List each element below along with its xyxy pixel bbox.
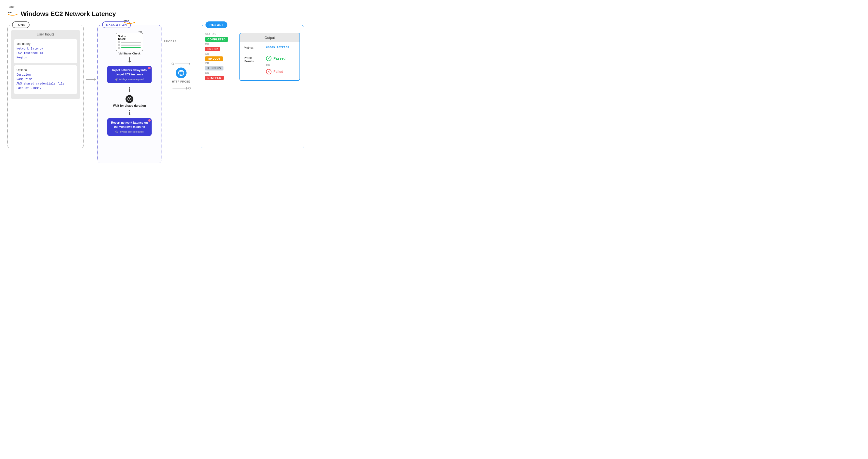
optional-label: Optional — [17, 68, 74, 72]
svg-rect-8 — [116, 132, 117, 133]
probe-failed: ✕ Failed — [266, 69, 285, 75]
optional-item-2: Ramp time — [17, 78, 74, 81]
optional-item-4: Path of Clumsy — [17, 86, 74, 90]
probe-globe — [176, 67, 187, 78]
inject-block-text: Inject network delay into target EC2 ins… — [112, 68, 147, 76]
status-timeout: TIMEOUT — [205, 56, 223, 61]
probes-section: PROBES HTTP PROBE — [161, 40, 201, 89]
or-3: OR — [205, 62, 235, 65]
or-2: OR — [205, 52, 235, 55]
output-title: Output — [240, 33, 300, 42]
tune-badge: TUNE — [12, 22, 30, 28]
page-title: Windows EC2 Network Latency — [21, 10, 116, 18]
svg-text:aws: aws — [124, 19, 129, 22]
lock-icon — [116, 78, 118, 81]
revert-block-text: Revert network latency on the Windows ma… — [111, 121, 148, 128]
user-inputs-box: User Inputs Mandatory Network latency EC… — [11, 30, 80, 99]
status-running: RUNNING — [205, 66, 223, 70]
metrics-key: Metrics — [244, 46, 261, 50]
wait-label: Wait for chaos duration — [113, 104, 146, 108]
inject-block: Inject network delay into target EC2 ins… — [107, 66, 152, 83]
status-error: ERROR — [205, 47, 220, 51]
execution-aws-logo: aws — [123, 18, 135, 27]
svg-rect-5 — [116, 79, 117, 80]
probe-arrow-right — [173, 88, 187, 88]
metrics-value: chaos metrics — [266, 46, 289, 49]
lock-icon-2 — [116, 131, 118, 133]
result-section: RESULT STATUS COMPLETED OR ERROR OR TIME… — [201, 25, 304, 148]
result-status-area: STATUS COMPLETED OR ERROR OR TIMEOUT OR … — [205, 33, 235, 81]
vm-title: StatusCheck — [118, 35, 141, 40]
probe-results-row: ProbeResults ✓ Passed OR ✕ Failed — [244, 56, 296, 77]
status-completed: COMPLETED — [205, 37, 228, 41]
user-inputs-title: User Inputs — [14, 32, 77, 36]
svg-marker-1 — [17, 14, 18, 15]
result-badge: RESULT — [206, 22, 227, 28]
output-card: Output Metrics chaos metrics ProbeResult… — [240, 33, 300, 81]
or-1: OR — [205, 42, 235, 46]
svg-marker-3 — [134, 22, 135, 23]
probe-results-key: ProbeResults — [244, 56, 261, 63]
tune-section: TUNE User Inputs Mandatory Network laten… — [7, 25, 84, 148]
arrow-2 — [129, 87, 130, 92]
probe-dot-left — [172, 63, 174, 65]
passed-label: Passed — [273, 56, 285, 60]
x-icon: ✕ — [266, 69, 272, 75]
probe-passed: ✓ Passed — [266, 56, 285, 61]
status-title: STATUS — [205, 33, 235, 35]
execution-section: EXECUTION aws vm StatusCheck VM Status C… — [97, 25, 161, 163]
fault-label: Fault — [7, 5, 337, 9]
arrow-1 — [129, 57, 130, 62]
vm-status-check-label: VM Status Check — [118, 52, 140, 55]
tune-to-execution-arrow — [84, 79, 97, 80]
svg-text:aws: aws — [8, 11, 12, 14]
arrow-3 — [129, 110, 130, 115]
metrics-row: Metrics chaos metrics — [244, 46, 296, 52]
probes-label: PROBES — [164, 40, 177, 43]
probe-results-values: ✓ Passed OR ✕ Failed — [266, 56, 285, 75]
optional-inputs: Optional Duration Ramp time AWS shared c… — [14, 65, 77, 94]
clock-svg — [127, 97, 132, 101]
mandatory-item-3: Region — [17, 56, 74, 59]
mandatory-inputs: Mandatory Network latency EC2 instance I… — [14, 39, 77, 63]
failed-label: Failed — [273, 70, 283, 74]
status-stopped: STOPPED — [205, 76, 224, 80]
or-middle: OR — [266, 63, 285, 66]
mandatory-label: Mandatory — [17, 42, 74, 46]
mandatory-item-2: EC2 instance Id — [17, 52, 74, 55]
or-4: OR — [205, 71, 235, 75]
revert-privilege: Privilege access required — [110, 130, 149, 134]
clock-icon — [125, 95, 133, 103]
probe-arrow — [175, 63, 190, 64]
vm-label: vm — [138, 31, 142, 33]
mandatory-item-1: Network latency — [17, 47, 74, 51]
globe-icon — [178, 70, 184, 76]
revert-block: Revert network latency on the Windows ma… — [107, 118, 152, 136]
optional-item-3: AWS shared credentials file — [17, 82, 74, 85]
http-probe-label: HTTP PROBE — [172, 80, 190, 83]
optional-item-1: Duration — [17, 73, 74, 77]
inject-privilege: Privilege access required — [110, 78, 149, 81]
corner-mark-2 — [148, 119, 151, 122]
corner-mark-1 — [148, 67, 151, 69]
check-icon: ✓ — [266, 56, 272, 61]
aws-logo: aws — [7, 10, 18, 18]
vm-status-card: vm StatusCheck — [116, 33, 143, 51]
